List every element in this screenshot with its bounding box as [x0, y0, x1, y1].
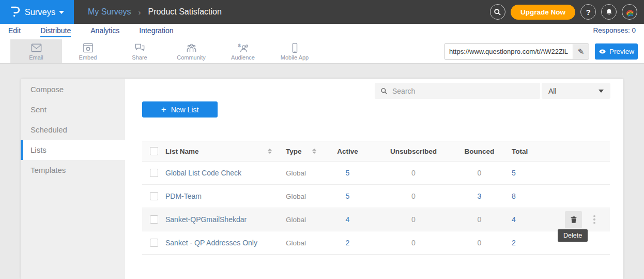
channel-mobile-app[interactable]: Mobile App	[269, 39, 320, 63]
list-type: Global	[286, 239, 306, 247]
sort-icon[interactable]	[268, 149, 272, 154]
breadcrumb-my-surveys[interactable]: My Surveys	[88, 7, 131, 17]
chevron-down-icon	[599, 90, 604, 93]
responses-count: Responses: 0	[593, 26, 636, 34]
bounced-count: 0	[478, 239, 482, 247]
total-count[interactable]: 5	[512, 169, 516, 177]
app-window: Surveys My Surveys › Product Satisfactio…	[0, 0, 644, 279]
filter-selected-value: All	[548, 87, 557, 95]
header-type[interactable]: Type	[286, 148, 302, 155]
list-type: Global	[286, 169, 306, 177]
total-count[interactable]: 8	[512, 192, 516, 200]
row-checkbox[interactable]	[150, 169, 158, 177]
breadcrumb-current-survey: Product Satisfaction	[148, 7, 222, 17]
row-checkbox[interactable]	[150, 215, 158, 224]
header-list-name[interactable]: List Name	[165, 148, 199, 155]
global-search-button[interactable]	[490, 4, 505, 20]
share-icon	[134, 42, 146, 54]
unsubscribed-count: 0	[411, 215, 416, 224]
channel-label: Community	[177, 54, 206, 61]
topbar-actions: Upgrade Now ?	[490, 4, 644, 20]
upgrade-now-button[interactable]: Upgrade Now	[511, 5, 575, 20]
list-type: Global	[286, 216, 306, 224]
notifications-button[interactable]	[601, 4, 617, 20]
distribute-channels: EmailEmbedShareCommunity$AudienceMobile …	[10, 39, 320, 63]
trash-icon	[570, 215, 578, 224]
active-count[interactable]: 5	[346, 192, 350, 200]
table-row: Sanket-QPGmailShekdarGlobal4004Delete	[142, 208, 610, 231]
account-avatar[interactable]	[622, 4, 637, 20]
channel-label: Audience	[231, 54, 255, 61]
table-body: Global List Code CheckGlobal5005PDM-Team…	[142, 161, 610, 255]
sidebar-item-templates[interactable]: Templates	[21, 160, 125, 180]
channel-audience[interactable]: $Audience	[217, 39, 269, 63]
distribute-toolbar: EmailEmbedShareCommunity$AudienceMobile …	[0, 39, 644, 64]
kebab-menu-icon[interactable]	[591, 213, 597, 226]
bounced-count[interactable]: 3	[478, 192, 482, 200]
total-count[interactable]: 4	[512, 215, 516, 224]
unsubscribed-count: 0	[411, 192, 416, 200]
top-bar: Surveys My Surveys › Product Satisfactio…	[0, 0, 644, 24]
new-list-label: New List	[171, 106, 199, 114]
help-button[interactable]: ?	[580, 4, 596, 20]
channel-share[interactable]: Share	[114, 39, 165, 63]
lists-main: All + New List List Name Type	[125, 79, 623, 279]
list-type: Global	[286, 193, 306, 200]
delete-tooltip: Delete	[558, 229, 588, 242]
channel-label: Email	[29, 54, 43, 61]
channel-embed[interactable]: Embed	[62, 39, 114, 63]
sidebar-item-compose[interactable]: Compose	[21, 79, 125, 99]
survey-nav: EditDistributeAnalyticsIntegration Respo…	[0, 24, 644, 39]
list-name-link[interactable]: PDM-Team	[165, 192, 202, 200]
new-list-button[interactable]: + New List	[142, 101, 218, 118]
unsubscribed-count: 0	[411, 239, 416, 247]
select-all-checkbox[interactable]	[150, 147, 158, 155]
active-count[interactable]: 5	[346, 169, 350, 177]
table-row: Global List Code CheckGlobal5005	[142, 161, 610, 185]
svg-text:$: $	[238, 42, 241, 48]
active-count[interactable]: 4	[346, 215, 350, 224]
channel-label: Embed	[79, 54, 97, 61]
table-header-row: List Name Type Active Unsubscribed Bounc…	[142, 141, 610, 161]
total-count[interactable]: 2	[512, 239, 516, 247]
active-count[interactable]: 2	[346, 239, 350, 247]
breadcrumb-separator-icon: ›	[139, 8, 141, 17]
question-mark-icon: ?	[586, 8, 590, 17]
list-filter-dropdown[interactable]: All	[542, 83, 610, 99]
sort-icon[interactable]	[312, 149, 316, 154]
table-row: Sanket - QP Addresses OnlyGlobal2002	[142, 231, 610, 255]
email-sidebar: ComposeSentScheduledListsTemplates	[21, 79, 125, 279]
tab-edit[interactable]: Edit	[8, 26, 21, 37]
channel-email[interactable]: Email	[10, 39, 62, 63]
survey-url-input[interactable]	[444, 44, 573, 59]
sidebar-item-scheduled[interactable]: Scheduled	[21, 120, 125, 140]
tab-distribute[interactable]: Distribute	[40, 26, 71, 37]
product-switcher[interactable]: Surveys	[0, 0, 74, 24]
channel-label: Mobile App	[281, 54, 309, 61]
sidebar-item-lists[interactable]: Lists	[21, 140, 125, 160]
preview-button[interactable]: Preview	[595, 43, 638, 60]
eye-icon	[599, 48, 606, 55]
avatar-rainbow-icon	[624, 7, 635, 17]
tab-analytics[interactable]: Analytics	[90, 26, 119, 37]
delete-list-button[interactable]	[565, 211, 582, 228]
questionpro-logo-icon	[10, 6, 21, 18]
list-name-link[interactable]: Global List Code Check	[165, 169, 241, 177]
sidebar-item-sent[interactable]: Sent	[21, 99, 125, 120]
breadcrumb: My Surveys › Product Satisfaction	[88, 7, 222, 17]
plus-icon: +	[161, 105, 166, 114]
channel-community[interactable]: Community	[165, 39, 217, 63]
mobile-app-icon	[289, 42, 301, 54]
list-name-link[interactable]: Sanket-QPGmailShekdar	[165, 215, 247, 224]
edit-url-button[interactable]: ✎	[573, 44, 589, 59]
unsubscribed-count: 0	[411, 169, 416, 177]
tab-integration[interactable]: Integration	[139, 26, 173, 37]
list-name-link[interactable]: Sanket - QP Addresses Only	[165, 239, 257, 247]
pencil-icon: ✎	[578, 47, 585, 56]
product-label: Surveys	[25, 7, 56, 17]
row-checkbox[interactable]	[150, 239, 158, 247]
row-checkbox[interactable]	[150, 192, 158, 200]
list-search-input[interactable]	[392, 87, 534, 95]
survey-nav-items: EditDistributeAnalyticsIntegration	[8, 26, 193, 37]
embed-icon	[82, 42, 94, 54]
